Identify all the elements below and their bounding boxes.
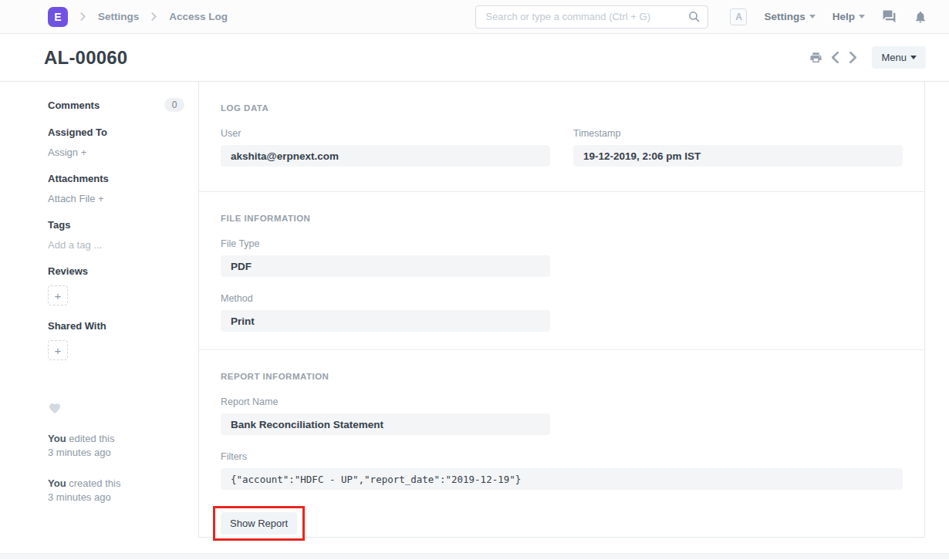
file-information-heading: FILE INFORMATION (221, 214, 903, 223)
breadcrumb-chevron-icon (150, 12, 158, 21)
user-label: User (221, 128, 550, 139)
print-icon[interactable] (809, 51, 822, 64)
help-dropdown-label: Help (832, 11, 855, 22)
app-logo[interactable]: E (48, 7, 68, 27)
plus-icon: + (55, 344, 62, 357)
avatar-letter: A (735, 12, 742, 22)
annotation-highlight: Show Report (213, 506, 305, 541)
assigned-to-heading: Assigned To (48, 127, 184, 138)
help-dropdown[interactable]: Help (832, 11, 865, 22)
page-actions: Menu (809, 46, 926, 69)
menu-button-label: Menu (881, 52, 907, 63)
activity-author: You (48, 477, 66, 489)
settings-dropdown[interactable]: Settings (764, 11, 815, 22)
activity-edited: You edited this 3 minutes ago (48, 432, 184, 460)
attach-file-link[interactable]: Attach File + (48, 193, 184, 204)
chat-icon[interactable] (882, 9, 897, 24)
activity-action: created this (69, 477, 120, 489)
breadcrumb-access-log[interactable]: Access Log (169, 11, 228, 22)
timestamp-label: Timestamp (573, 128, 903, 139)
filters-value[interactable]: {"account":"HDFC - UP","report_date":"20… (221, 468, 903, 490)
global-search (475, 5, 708, 29)
section-file-information: FILE INFORMATION File Type PDF Method Pr… (199, 192, 924, 350)
timestamp-value[interactable]: 19-12-2019, 2:06 pm IST (573, 145, 903, 167)
menu-button[interactable]: Menu (872, 46, 926, 69)
page-footer-strip (0, 553, 949, 559)
reviews-heading: Reviews (48, 265, 184, 277)
breadcrumb-settings[interactable]: Settings (98, 11, 139, 22)
form-body: LOG DATA User akshita@erpnext.com Timest… (198, 82, 925, 538)
report-name-label: Report Name (221, 396, 550, 407)
attachments-heading: Attachments (48, 173, 184, 184)
navbar-right: A Settings Help (730, 8, 927, 25)
file-type-value[interactable]: PDF (221, 255, 550, 277)
navbar: E Settings Access Log A Settings Help (0, 0, 949, 34)
log-data-heading: LOG DATA (221, 103, 903, 113)
activity-timestamp: 3 minutes ago (48, 491, 111, 503)
report-information-heading: REPORT INFORMATION (221, 372, 903, 381)
settings-dropdown-label: Settings (764, 11, 805, 22)
search-icon (687, 10, 701, 23)
chevron-down-icon (910, 56, 917, 59)
page-head: AL-00060 Menu (0, 34, 949, 82)
file-type-field: File Type PDF (221, 238, 550, 277)
user-field: User akshita@erpnext.com (221, 128, 550, 167)
notifications-bell-icon[interactable] (914, 10, 927, 24)
activity-timestamp: 3 minutes ago (48, 447, 111, 458)
shared-with-heading: Shared With (48, 320, 184, 332)
filters-field: Filters {"account":"HDFC - UP","report_d… (221, 451, 903, 490)
page-body: Comments 0 Assigned To Assign + Attachme… (0, 82, 949, 553)
add-review-button[interactable]: + (48, 285, 68, 305)
method-value[interactable]: Print (221, 310, 550, 332)
like-heart-icon[interactable] (48, 402, 62, 415)
section-report-information: REPORT INFORMATION Report Name Bank Reco… (199, 350, 924, 547)
tags-heading: Tags (48, 219, 184, 231)
section-log-data: LOG DATA User akshita@erpnext.com Timest… (199, 82, 924, 192)
filters-label: Filters (221, 451, 903, 462)
add-share-button[interactable]: + (48, 340, 68, 360)
report-name-value[interactable]: Bank Reconciliation Statement (221, 413, 550, 435)
form-sidebar: Comments 0 Assigned To Assign + Attachme… (0, 82, 198, 553)
avatar[interactable]: A (730, 8, 747, 25)
method-field: Method Print (221, 293, 550, 332)
show-report-button[interactable]: Show Report (221, 512, 297, 535)
method-label: Method (221, 293, 550, 304)
app-logo-letter: E (54, 11, 61, 23)
comments-label: Comments (48, 100, 100, 111)
chevron-down-icon (859, 15, 865, 19)
prev-record-chevron-left-icon[interactable] (830, 52, 840, 63)
activity-author: You (48, 433, 66, 444)
assign-link[interactable]: Assign + (48, 147, 184, 158)
comments-count-badge: 0 (164, 98, 184, 112)
search-input[interactable] (475, 5, 708, 29)
next-record-chevron-right-icon[interactable] (848, 52, 858, 63)
user-value[interactable]: akshita@erpnext.com (221, 145, 550, 167)
show-report-button-label: Show Report (230, 518, 288, 529)
file-type-label: File Type (221, 238, 550, 249)
breadcrumb-chevron-icon (79, 12, 87, 21)
activity-action: edited this (69, 433, 114, 444)
plus-icon: + (55, 289, 62, 302)
activity-created: You created this 3 minutes ago (48, 477, 184, 504)
add-tag-input[interactable]: Add a tag ... (48, 239, 184, 251)
chevron-down-icon (809, 15, 816, 19)
timestamp-field: Timestamp 19-12-2019, 2:06 pm IST (573, 128, 903, 167)
comments-toggle[interactable]: Comments 0 (48, 98, 184, 112)
report-name-field: Report Name Bank Reconciliation Statemen… (221, 396, 550, 435)
page-title: AL-00060 (44, 47, 127, 69)
